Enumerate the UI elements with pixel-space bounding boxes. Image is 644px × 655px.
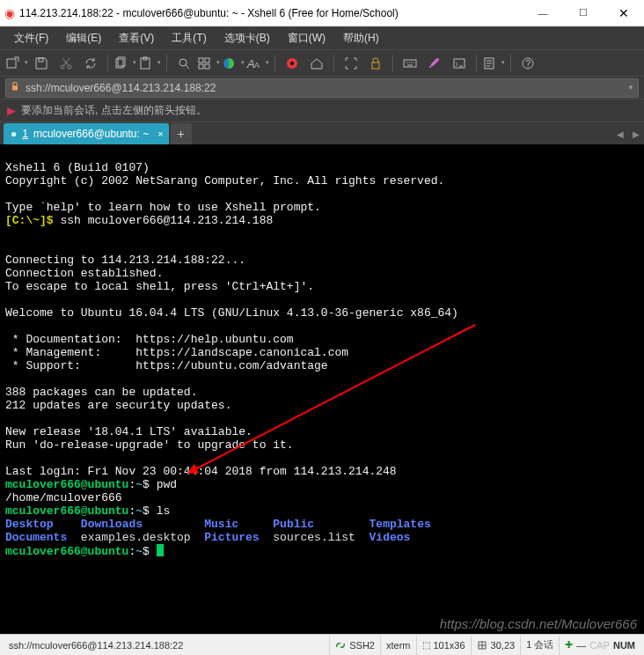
status-bar: ssh://mculover666@114.213.214.188:22 SSH…	[0, 634, 644, 655]
hint-bar: ▶ 要添加当前会话, 点击左侧的箭头按钮。	[0, 99, 644, 121]
tab-next-button[interactable]: ▶	[628, 129, 644, 144]
save-button[interactable]	[30, 53, 53, 74]
minimize-button[interactable]: —	[523, 0, 563, 26]
svg-point-17	[290, 62, 294, 65]
color-scheme-button[interactable]	[222, 53, 245, 74]
xshell-button[interactable]	[281, 53, 304, 74]
terminal-line: Type `help' to learn how to use Xshell p…	[5, 201, 321, 214]
ls-item: Desktop	[5, 518, 54, 531]
hint-text: 要添加当前会话, 点击左侧的箭头按钮。	[21, 103, 207, 118]
menu-window[interactable]: 窗口(W)	[279, 27, 334, 49]
ls-item: Public	[273, 518, 314, 531]
close-button[interactable]: ✕	[604, 0, 644, 26]
title-bar: ◉ 114.213.214.188:22 - mculover666@ubunt…	[0, 0, 644, 26]
terminal-line: Xshell 6 (Build 0107)	[5, 161, 150, 174]
grid-icon	[477, 640, 487, 651]
status-connection: ssh://mculover666@114.213.214.188:22	[4, 636, 330, 655]
terminal-line: 212 updates are security updates.	[5, 399, 231, 412]
status-composite: ✚ — CAP NUM	[560, 636, 640, 655]
cut-button[interactable]	[55, 53, 77, 74]
svg-rect-18	[372, 63, 379, 69]
keyboard-button[interactable]	[399, 53, 421, 74]
svg-point-8	[179, 59, 187, 66]
status-cursor: 30,23	[472, 636, 522, 655]
script-button[interactable]	[482, 53, 505, 74]
svg-rect-10	[205, 58, 209, 63]
menu-file[interactable]: 文件(F)	[5, 27, 57, 49]
terminal-line: Welcome to Ubuntu 16.04.4 LTS (GNU/Linux…	[5, 306, 458, 320]
plus-icon: ✚	[565, 639, 573, 651]
terminal-line: Run 'do-release-upgrade' to upgrade to i…	[5, 438, 294, 452]
terminal-line: Last login: Fri Nov 23 00:44:04 2018 fro…	[5, 465, 397, 478]
ps-path: ~	[135, 504, 143, 518]
menu-view[interactable]: 查看(V)	[110, 27, 163, 49]
new-tab-button[interactable]: +	[171, 123, 192, 144]
ls-item: Videos	[370, 531, 411, 544]
tab-index: 1	[22, 128, 28, 140]
find-button[interactable]	[172, 53, 195, 74]
separator	[333, 55, 334, 72]
new-session-button[interactable]	[5, 53, 28, 74]
separator	[392, 55, 393, 72]
tab-close-button[interactable]: ×	[154, 129, 163, 139]
app-icon: ◉	[0, 6, 19, 20]
bullet-icon: ●	[11, 128, 17, 140]
window-icon: ⬚	[422, 640, 430, 650]
separator	[107, 55, 108, 72]
reconnect-button[interactable]	[79, 53, 102, 74]
ls-item: Pictures	[204, 531, 259, 544]
tab-prev-button[interactable]: ◀	[612, 129, 628, 144]
lock-button[interactable]	[364, 53, 387, 74]
terminal[interactable]: Xshell 6 (Build 0107) Copyright (c) 2002…	[0, 144, 644, 634]
flag-icon: ▶	[7, 104, 16, 117]
svg-text:A: A	[254, 61, 260, 70]
separator	[476, 55, 477, 72]
ls-item: sources.list	[273, 531, 355, 544]
terminal-line: Copyright (c) 2002 NetSarang Computer, I…	[5, 174, 444, 188]
ls-item: examples.desktop	[81, 531, 191, 544]
tile-button[interactable]	[197, 53, 220, 74]
fullscreen-button[interactable]	[340, 53, 362, 74]
help-button[interactable]: ?	[516, 53, 539, 74]
svg-text:?: ?	[526, 59, 531, 69]
dropdown-icon[interactable]: ▼	[624, 84, 634, 92]
ps-user: mculover666@ubuntu	[5, 504, 128, 518]
lock-icon	[10, 81, 22, 94]
font-button[interactable]: AA	[246, 53, 269, 74]
address-text: ssh://mculover666@114.213.214.188:22	[26, 82, 216, 94]
status-termtype: xterm	[381, 636, 417, 655]
terminal-line: New release '18.04.1 LTS' available.	[5, 425, 252, 438]
terminal-button[interactable]	[448, 53, 471, 74]
ps-user: mculover666@ubuntu	[5, 478, 128, 491]
status-protocol: SSH2	[330, 636, 381, 655]
menu-bar: 文件(F) 编辑(E) 查看(V) 工具(T) 选项卡(B) 窗口(W) 帮助(…	[0, 26, 644, 49]
terminal-line: * Documentation: https://help.ubuntu.com	[5, 333, 294, 346]
toolbar: AA ?	[0, 49, 644, 76]
tabs-row: ● 1 mculover666@ubuntu: ~ × + ◀ ▶	[0, 121, 644, 144]
maximize-button[interactable]: ☐	[563, 0, 604, 26]
separator	[274, 55, 275, 72]
tab-label: mculover666@ubuntu: ~	[33, 128, 149, 140]
cmd-pwd: pwd	[157, 478, 177, 491]
paste-button[interactable]	[138, 53, 161, 74]
address-bar: ssh://mculover666@114.213.214.188:22 ▼	[0, 76, 644, 99]
ps-user: mculover666@ubuntu	[5, 545, 128, 558]
menu-edit[interactable]: 编辑(E)	[57, 27, 110, 49]
svg-rect-24	[12, 85, 18, 90]
menu-tools[interactable]: 工具(T)	[163, 27, 215, 49]
highlight-button[interactable]	[423, 53, 446, 74]
ps-path: ~	[135, 478, 143, 491]
copy-button[interactable]	[113, 53, 136, 74]
svg-rect-0	[7, 59, 16, 68]
terminal-line: Connection established.	[5, 267, 163, 280]
menu-tabs[interactable]: 选项卡(B)	[216, 27, 279, 49]
minus-icon: —	[576, 640, 586, 651]
session-tab[interactable]: ● 1 mculover666@ubuntu: ~ ×	[4, 123, 169, 144]
status-size: ⬚ 101x36	[417, 636, 472, 655]
ls-item: Documents	[5, 531, 67, 544]
address-field[interactable]: ssh://mculover666@114.213.214.188:22 ▼	[5, 78, 639, 98]
svg-rect-9	[199, 58, 203, 63]
menu-help[interactable]: 帮助(H)	[334, 27, 388, 49]
home-button[interactable]	[305, 53, 328, 74]
cursor	[157, 544, 164, 556]
